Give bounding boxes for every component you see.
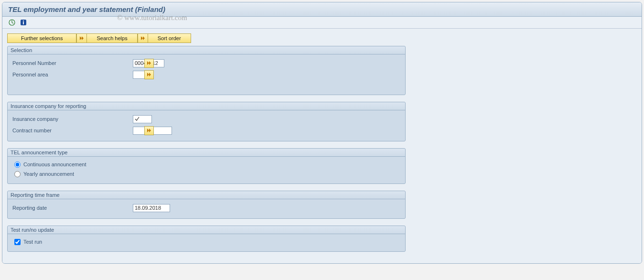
further-selections-label: Further selections bbox=[8, 35, 76, 41]
arrow-right-icon bbox=[138, 34, 148, 43]
continuous-announcement-label[interactable]: Continuous announcement bbox=[23, 162, 86, 167]
selection-group: Selection Personnel Number Personnel are… bbox=[7, 46, 406, 95]
application-toolbar: © www.tutorialkart.com bbox=[2, 17, 642, 29]
personnel-area-label: Personnel area bbox=[12, 72, 133, 77]
sort-order-label: Sort order bbox=[148, 35, 191, 41]
svg-rect-3 bbox=[23, 22, 24, 24]
yearly-announcement-radio[interactable] bbox=[14, 171, 21, 177]
further-selections-button[interactable]: Further selections bbox=[7, 33, 76, 43]
content-area: Further selections Search helps Sort ord… bbox=[2, 29, 642, 263]
contract-number-label: Contract number bbox=[12, 128, 133, 133]
continuous-announcement-radio[interactable] bbox=[14, 162, 21, 168]
time-frame-group-title: Reporting time frame bbox=[8, 191, 405, 199]
insurance-group: Insurance company for reporting Insuranc… bbox=[7, 102, 406, 141]
info-icon[interactable] bbox=[20, 19, 27, 26]
title-bar: TEL employment and year statement (Finla… bbox=[2, 2, 642, 17]
tel-type-group-title: TEL announcement type bbox=[8, 149, 405, 157]
search-helps-button[interactable]: Search helps bbox=[76, 33, 137, 43]
insurance-company-input[interactable] bbox=[133, 115, 152, 123]
selection-group-title: Selection bbox=[8, 46, 405, 54]
reporting-date-label: Reporting date bbox=[12, 205, 133, 211]
test-run-group-title: Test run/no update bbox=[8, 226, 405, 234]
personnel-number-multiselect-button[interactable] bbox=[144, 59, 154, 68]
tel-type-group: TEL announcement type Continuous announc… bbox=[7, 148, 406, 184]
time-frame-group: Reporting time frame Reporting date bbox=[7, 191, 406, 219]
page-title: TEL employment and year statement (Finla… bbox=[8, 5, 165, 13]
personnel-area-multiselect-button[interactable] bbox=[144, 70, 154, 79]
test-run-checkbox[interactable] bbox=[14, 239, 21, 245]
arrow-right-icon bbox=[77, 34, 87, 43]
personnel-number-label: Personnel Number bbox=[12, 60, 133, 66]
insurance-group-title: Insurance company for reporting bbox=[8, 102, 405, 110]
insurance-company-label: Insurance company bbox=[12, 116, 133, 122]
contract-number-multiselect-button[interactable] bbox=[144, 126, 154, 135]
test-run-label[interactable]: Test run bbox=[23, 239, 42, 245]
selection-buttons-row: Further selections Search helps Sort ord… bbox=[7, 33, 638, 43]
test-run-group: Test run/no update Test run bbox=[7, 226, 406, 252]
search-helps-label: Search helps bbox=[87, 35, 137, 41]
execute-icon[interactable] bbox=[8, 19, 16, 26]
reporting-date-input[interactable] bbox=[133, 204, 170, 212]
svg-rect-2 bbox=[23, 21, 24, 22]
sort-order-button[interactable]: Sort order bbox=[138, 33, 191, 43]
yearly-announcement-label[interactable]: Yearly announcement bbox=[23, 171, 74, 177]
sap-window: TEL employment and year statement (Finla… bbox=[2, 2, 642, 264]
